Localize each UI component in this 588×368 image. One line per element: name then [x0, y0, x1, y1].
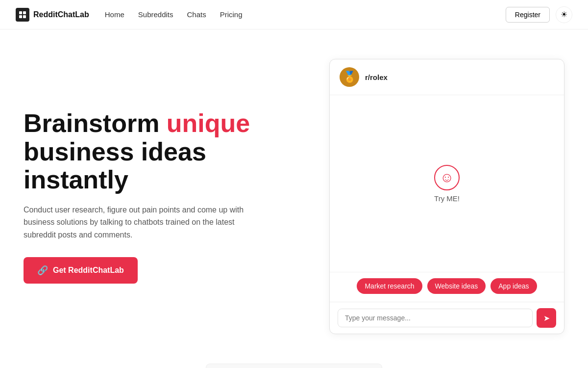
try-me-label: Try ME!	[434, 194, 460, 203]
chip-app-ideas[interactable]: App ideas	[490, 278, 537, 294]
theme-toggle-button[interactable]: ☀	[556, 6, 572, 23]
hero-description: Conduct user research, figure out pain p…	[24, 204, 249, 241]
try-me-area: ☺ Try ME!	[434, 165, 460, 203]
svg-rect-2	[19, 15, 22, 18]
hero-title: Brainstorm unique business ideas instant…	[24, 109, 278, 194]
brand-name: RedditChatLab	[33, 10, 89, 19]
svg-rect-0	[19, 11, 22, 14]
chat-body: ☺ Try ME!	[330, 95, 564, 272]
nav-pricing[interactable]: Pricing	[220, 10, 243, 19]
send-icon: ➤	[543, 314, 550, 323]
cta-icon: 🔗	[37, 265, 48, 276]
subreddit-name: r/rolex	[365, 73, 388, 81]
hero-right: 🏅 r/rolex ☺ Try ME! Market research Webs…	[329, 59, 564, 334]
hero-left: Brainstorm unique business ideas instant…	[24, 109, 278, 283]
chat-card: 🏅 r/rolex ☺ Try ME! Market research Webs…	[329, 59, 564, 334]
chip-row: Market research Website ideas App ideas	[330, 272, 564, 302]
chat-header: 🏅 r/rolex	[330, 59, 564, 95]
navbar: RedditChatLab Home Subreddits Chats Pric…	[0, 0, 588, 29]
svg-rect-1	[23, 11, 26, 14]
nav-chats[interactable]: Chats	[187, 10, 206, 19]
register-button[interactable]: Register	[506, 7, 550, 23]
hero-section: Brainstorm unique business ideas instant…	[0, 29, 588, 354]
navbar-right: Register ☀	[506, 6, 572, 23]
theme-icon: ☀	[561, 10, 567, 19]
brand: RedditChatLab	[16, 8, 89, 22]
cta-label: Get RedditChatLab	[53, 266, 124, 275]
hero-title-part2: business ideas instantly	[24, 137, 206, 194]
nav-home[interactable]: Home	[105, 10, 124, 19]
chip-website-ideas[interactable]: Website ideas	[427, 278, 486, 294]
chat-input-row: ➤	[330, 302, 564, 334]
cta-button[interactable]: 🔗 Get RedditChatLab	[24, 257, 138, 284]
chip-market-research[interactable]: Market research	[357, 278, 422, 294]
logo-icon	[19, 11, 26, 19]
hero-title-highlight: unique	[167, 109, 250, 137]
subreddit-avatar: 🏅	[340, 67, 359, 87]
nav-subreddits[interactable]: Subreddits	[138, 10, 173, 19]
svg-rect-3	[23, 15, 26, 18]
nav-links: Home Subreddits Chats Pricing	[105, 10, 243, 19]
subreddit-emoji: 🏅	[343, 71, 356, 83]
bottom-card	[206, 364, 382, 368]
send-button[interactable]: ➤	[537, 308, 556, 328]
navbar-left: RedditChatLab Home Subreddits Chats Pric…	[16, 8, 243, 22]
brand-icon	[16, 8, 29, 22]
chat-input[interactable]	[338, 309, 533, 327]
bottom-strip	[0, 354, 588, 368]
smiley-icon: ☺	[434, 165, 460, 190]
hero-title-part1: Brainstorm	[24, 109, 167, 137]
